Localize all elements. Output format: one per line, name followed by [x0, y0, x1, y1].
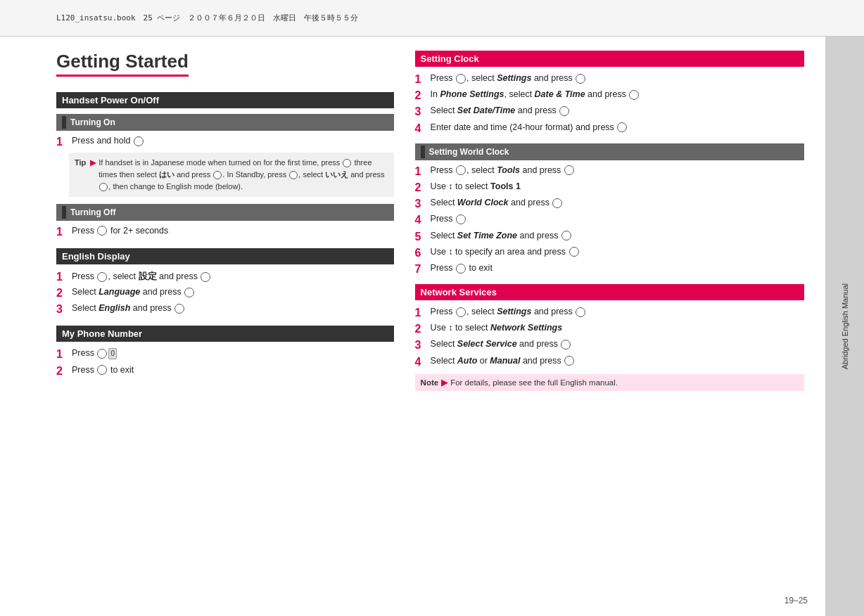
step-num: 6: [415, 246, 428, 259]
step-num: 2: [56, 286, 69, 300]
step-text: Enter date and time (24-hour format) and…: [431, 122, 804, 134]
subsection-turning-on: Turning On: [56, 114, 394, 131]
footer-number: 19–25: [784, 596, 808, 605]
step-num: 5: [415, 230, 428, 243]
step-num: 2: [56, 364, 69, 378]
subsection-turning-off: Turning Off: [56, 204, 394, 221]
ok-icon: [456, 214, 466, 224]
ok-icon: [184, 288, 194, 297]
step-num: 1: [56, 225, 69, 238]
step-num: 1: [56, 135, 69, 148]
step-text: Use ↕ to specify an area and press: [431, 246, 804, 259]
step-clock-4: 4 Enter date and time (24-hour format) a…: [415, 122, 804, 135]
tip-arrow: ▶: [90, 157, 96, 193]
step-wc-3: 3 Select World Clock and press: [415, 197, 804, 210]
header-bar: L120_insatsu.book 25 ページ ２００７年６月２０日 水曜日 …: [0, 0, 864, 37]
step-text: Press to exit: [72, 364, 394, 377]
step-text: Use ↕ to select Network Settings: [431, 322, 804, 335]
step-clock-1: 1 Press , select Settings and press: [415, 72, 804, 86]
tip-content: If handset is in Japanese mode when turn…: [99, 157, 388, 193]
step-num: 1: [56, 347, 69, 361]
right-sidebar: Abridged English Manual: [825, 37, 864, 616]
ok-icon: [629, 90, 639, 100]
step-clock-2: 2 In Phone Settings, select Date & Time …: [415, 89, 804, 102]
step-net-1: 1 Press , select Settings and press: [415, 306, 804, 319]
note-box: Note ▶ For details, please see the full …: [415, 374, 804, 391]
menu-icon: [456, 307, 466, 317]
page-title: Getting Started: [56, 51, 189, 77]
step-turning-off-1: 1 Press for 2+ seconds: [56, 225, 394, 238]
step-text: Press to exit: [431, 262, 804, 275]
step-english-3: 3 Select English and press: [56, 302, 394, 316]
menu-icon2: [97, 349, 107, 359]
sub-bar: [421, 146, 425, 158]
step-english-1: 1 Press , select 設定 and press: [56, 270, 394, 283]
step-num: 2: [415, 89, 428, 102]
menu-icon: [97, 272, 107, 282]
menu-icon: [456, 74, 466, 84]
step-num: 4: [415, 355, 428, 368]
end-button-icon: [97, 226, 107, 236]
step-text: Press for 2+ seconds: [72, 225, 394, 238]
step-text: Select Auto or Manual and press: [431, 355, 804, 368]
sub-bar: [62, 206, 66, 219]
step-num: 4: [415, 213, 428, 226]
step-text: Select English and press: [72, 302, 394, 315]
step-text: Press , select Settings and press: [431, 72, 804, 85]
ok-icon: [576, 74, 585, 84]
note-content: For details, please see the full English…: [450, 378, 618, 387]
sidebar-label: Abridged English Manual: [841, 283, 849, 369]
step-wc-6: 6 Use ↕ to specify an area and press: [415, 246, 804, 259]
step-num: 3: [415, 197, 428, 210]
ok-icon: [559, 106, 569, 116]
btn-icon: [213, 171, 222, 179]
power-button-icon: [134, 136, 144, 146]
ok-icon: [552, 198, 562, 208]
ok-icon: [201, 272, 210, 282]
ok-icon: [561, 340, 571, 349]
step-text: Press and hold: [72, 135, 394, 148]
ok-icon: [564, 165, 574, 175]
btn-icon: [99, 183, 108, 191]
step-text: Press: [431, 213, 804, 226]
step-wc-2: 2 Use ↕ to select Tools 1: [415, 181, 804, 194]
step-text: Select Select Service and press: [431, 338, 804, 351]
menu-icon: [456, 165, 466, 175]
tip-box: Tip ▶ If handset is in Japanese mode whe…: [69, 153, 394, 197]
step-net-3: 3 Select Select Service and press: [415, 338, 804, 352]
step-wc-4: 4 Press: [415, 213, 804, 226]
step-text: Press , select Settings and press: [431, 306, 804, 319]
step-turning-on-1: 1 Press and hold: [56, 135, 394, 148]
tip-label: Tip: [75, 157, 86, 193]
step-wc-7: 7 Press to exit: [415, 262, 804, 276]
step-phone-1: 1 Press 0: [56, 347, 394, 361]
section-english-display: English Display: [56, 248, 394, 264]
ok-icon: [617, 122, 627, 132]
main-content: Getting Started Handset Power On/Off Tur…: [0, 37, 825, 616]
step-net-2: 2 Use ↕ to select Network Settings: [415, 322, 804, 335]
step-text: Select Language and press: [72, 286, 394, 299]
step-num: 2: [415, 181, 428, 194]
header-text: L120_insatsu.book 25 ページ ２００７年６月２０日 水曜日 …: [56, 13, 358, 23]
key-0-icon: 0: [108, 348, 117, 359]
section-network-services: Network Services: [415, 284, 804, 300]
step-num: 1: [415, 306, 428, 319]
ok-icon: [569, 247, 579, 257]
step-num: 3: [56, 302, 69, 316]
section-setting-clock: Setting Clock: [415, 51, 804, 67]
step-num: 7: [415, 262, 428, 276]
step-wc-1: 1 Press , select Tools and press: [415, 165, 804, 178]
step-text: Press 0: [72, 347, 394, 360]
right-column: Setting Clock 1 Press , select Settings …: [408, 51, 804, 605]
step-text: Press , select Tools and press: [431, 165, 804, 177]
end-icon: [456, 264, 466, 274]
note-label: Note: [421, 378, 439, 387]
ok-icon: [174, 304, 184, 314]
btn-icon: [343, 159, 351, 167]
ok-icon: [564, 356, 574, 366]
step-num: 4: [415, 122, 428, 135]
step-net-4: 4 Select Auto or Manual and press: [415, 355, 804, 368]
step-clock-3: 3 Select Set Date/Time and press: [415, 105, 804, 118]
section-my-phone-number: My Phone Number: [56, 326, 394, 342]
step-num: 1: [56, 270, 69, 283]
